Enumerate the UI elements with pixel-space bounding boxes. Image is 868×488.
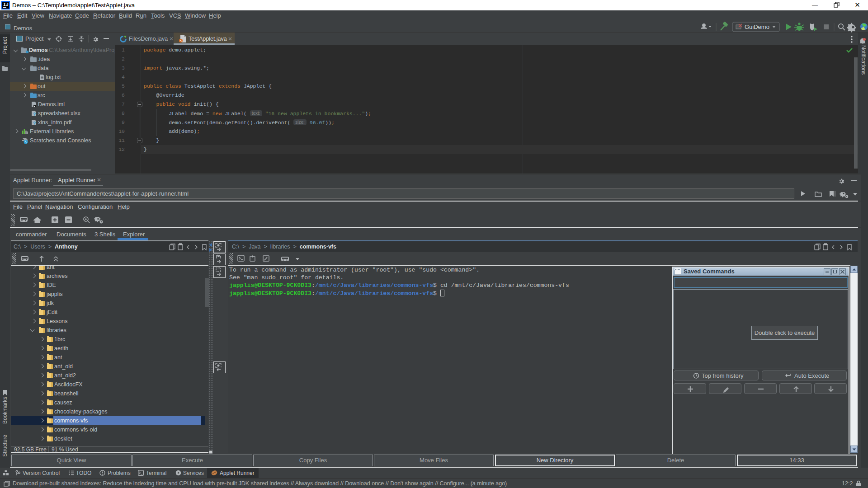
svg-text:?: ? (33, 112, 36, 117)
svg-text:?: ? (33, 121, 36, 126)
svg-text:GuiDemo: GuiDemo (745, 23, 769, 30)
